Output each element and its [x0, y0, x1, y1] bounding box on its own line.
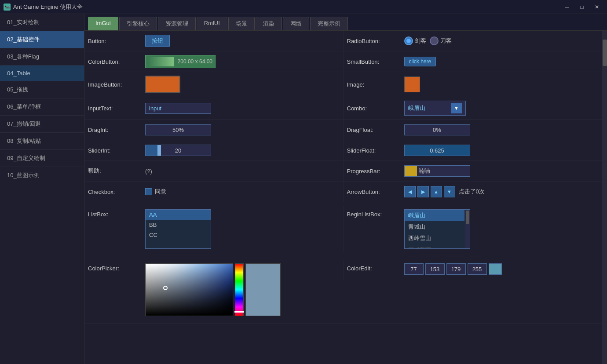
sidebar-item-07[interactable]: 07_撤销/回退	[0, 116, 84, 133]
tab-examples[interactable]: 完整示例	[310, 17, 348, 30]
sidebar-item-02[interactable]: 02_基础控件	[0, 31, 84, 48]
sidebar-item-04[interactable]: 04_Table	[0, 66, 84, 81]
listbox-item-0[interactable]: AA	[146, 210, 211, 220]
slider-int-value: 20	[146, 147, 211, 154]
tab-engine[interactable]: 引擎核心	[119, 17, 157, 30]
checkbox-section: Checkbox: 同意	[84, 182, 343, 202]
colorbutton-label: ColorButton:	[88, 58, 141, 65]
small-button-control[interactable]: click here	[404, 57, 436, 66]
tab-network[interactable]: 网络	[283, 17, 309, 30]
begin-listbox-item-3[interactable]: 稻城亚丁	[405, 244, 464, 249]
help-label: 帮助:	[88, 167, 141, 175]
scrollbar-thumb	[603, 40, 607, 66]
titlebar-controls: ─ □ ✕	[560, 3, 603, 11]
titlebar-title: Ant Game Engine 使用大全	[13, 3, 83, 11]
combo-label: Combo:	[347, 105, 400, 112]
listbox-section: ListBox: AA BB CC	[84, 206, 343, 252]
main-panel: Button: 按钮 RadioButton: 剑客 刀客	[84, 31, 607, 364]
sidebar-item-05[interactable]: 05_拖拽	[0, 81, 84, 98]
progress-bar-fill	[405, 166, 417, 176]
sidebar-item-09[interactable]: 09_自定义绘制	[0, 150, 84, 167]
checkbox-control[interactable]: 同意	[145, 188, 166, 196]
arrow-up-button[interactable]: ▲	[431, 186, 442, 197]
tab-scene[interactable]: 场景	[228, 17, 255, 30]
sidebar-item-01[interactable]: 01_实时绘制	[0, 14, 84, 31]
arrow-down-button[interactable]: ▼	[444, 186, 455, 197]
begin-listbox-item-1[interactable]: 青城山	[405, 221, 464, 233]
color-hue-bar[interactable]	[235, 263, 244, 316]
sliderfloat-label: SliderFloat:	[347, 147, 400, 154]
tab-render[interactable]: 渲染	[256, 17, 282, 30]
progressbar-label: ProgressBar:	[347, 168, 400, 175]
listbox-item-1[interactable]: BB	[146, 220, 211, 230]
image-button-control[interactable]	[145, 76, 180, 93]
button-control[interactable]: 按钮	[145, 35, 170, 47]
radio-option-0[interactable]: 剑客	[404, 36, 426, 45]
color-edit-r[interactable]: 77	[404, 263, 424, 275]
listbox-item-2[interactable]: CC	[146, 230, 211, 240]
colorpicker-section: ColorPicker:	[84, 260, 343, 320]
row-help-progress: 帮助: (?) ProgressBar: 喃喃	[84, 161, 602, 182]
arrow-click-count: 点击了0次	[459, 188, 485, 196]
row-colorbutton-smallbutton: ColorButton: 200.00 x 64.00 SmallButton:…	[84, 51, 602, 72]
sidebar-item-03[interactable]: 03_各种Flag	[0, 48, 84, 66]
slider-float-control[interactable]: 0.625	[404, 145, 470, 156]
progress-bar-control: 喃喃	[404, 165, 470, 177]
tab-imgui[interactable]: ImGui	[88, 17, 118, 30]
arrowbutton-section: ArrowButton: ◀ ▶ ▲ ▼ 点击了0次	[343, 182, 602, 202]
row-listbox-beginlistbox: ListBox: AA BB CC	[84, 202, 602, 256]
tab-rmlui[interactable]: RmlUI	[197, 17, 227, 30]
sliderfloat-section: SliderFloat: 0.625	[343, 140, 602, 160]
radio-option-1[interactable]: 刀客	[430, 36, 452, 45]
progress-bar-text: 喃喃	[417, 167, 430, 175]
arrow-buttons-group: ◀ ▶ ▲ ▼ 点击了0次	[404, 186, 485, 197]
begin-listbox-item-2[interactable]: 西岭雪山	[405, 233, 464, 244]
combo-control[interactable]: 峨眉山 ▼	[404, 101, 466, 116]
sidebar-item-08[interactable]: 08_复制/粘贴	[0, 133, 84, 150]
tab-assets[interactable]: 资源管理	[158, 17, 196, 30]
titlebar: 🐜 Ant Game Engine 使用大全 ─ □ ✕	[0, 0, 607, 14]
sidebar-item-10[interactable]: 10_蓝图示例	[0, 167, 84, 184]
image-display	[404, 76, 420, 92]
slider-int-control[interactable]: 20	[145, 145, 211, 156]
sidebar-item-06[interactable]: 06_菜单/弹框	[0, 98, 84, 116]
begin-listbox-item-0[interactable]: 峨眉山	[405, 210, 464, 221]
row-input-combo: InputText: Combo: 峨眉山 ▼	[84, 97, 602, 120]
arrow-left-button[interactable]: ◀	[404, 186, 416, 197]
inputtext-section: InputText:	[84, 97, 343, 119]
content-area: ImGui 引擎核心 资源管理 RmlUI 场景 渲染 网络 完整示例	[84, 14, 607, 364]
listbox-scrollbar[interactable]	[465, 210, 470, 248]
minimize-button[interactable]: ─	[560, 3, 574, 11]
arrowbutton-label: ArrowButton:	[347, 189, 400, 195]
close-button[interactable]: ✕	[590, 3, 603, 11]
radio-circle-0	[404, 36, 413, 45]
color-gradient-field[interactable]	[145, 263, 233, 316]
color-edit-b[interactable]: 179	[446, 263, 466, 275]
listbox-control[interactable]: AA BB CC	[145, 209, 211, 249]
tab-bar: ImGui 引擎核心 资源管理 RmlUI 场景 渲染 网络 完整示例	[84, 14, 607, 31]
beginlistbox-section: BeginListBox: 峨眉山 青城山 西岭雪山	[343, 206, 602, 252]
row-dragint-dragfloat: DragInt: 50% DragFloat: 0%	[84, 120, 602, 140]
panel-scroll[interactable]: Button: 按钮 RadioButton: 剑客 刀客	[84, 31, 602, 364]
color-button-control[interactable]: 200.00 x 64.00	[145, 55, 216, 68]
drag-float-control[interactable]: 0%	[404, 124, 470, 135]
radio-group: 剑客 刀客	[404, 36, 452, 45]
row-button-radio: Button: 按钮 RadioButton: 剑客 刀客	[84, 31, 602, 51]
smallbutton-section: SmallButton: click here	[343, 51, 602, 72]
begin-listbox-control[interactable]: 峨眉山 青城山 西岭雪山 稻城亚丁	[404, 209, 470, 249]
drag-int-control[interactable]: 50%	[145, 124, 211, 135]
color-edit-a[interactable]: 255	[468, 263, 487, 275]
maximize-button[interactable]: □	[575, 3, 589, 11]
color-edit-swatch[interactable]	[489, 263, 502, 275]
begin-listbox-items: 峨眉山 青城山 西岭雪山 稻城亚丁	[405, 210, 470, 249]
input-text-control[interactable]	[145, 103, 211, 114]
main-scrollbar[interactable]	[602, 31, 607, 364]
color-edit-g[interactable]: 153	[425, 263, 445, 275]
app-body: 01_实时绘制 02_基础控件 03_各种Flag 04_Table 05_拖拽…	[0, 14, 607, 364]
coloredit-section: ColorEdit: 77 153 179	[343, 260, 602, 280]
arrow-right-button[interactable]: ▶	[417, 186, 429, 197]
color-edit-control: 77 153 179 255	[404, 263, 502, 275]
combo-section: Combo: 峨眉山 ▼	[343, 97, 602, 119]
dragint-label: DragInt:	[88, 127, 141, 133]
help-button[interactable]: (?)	[145, 168, 152, 175]
